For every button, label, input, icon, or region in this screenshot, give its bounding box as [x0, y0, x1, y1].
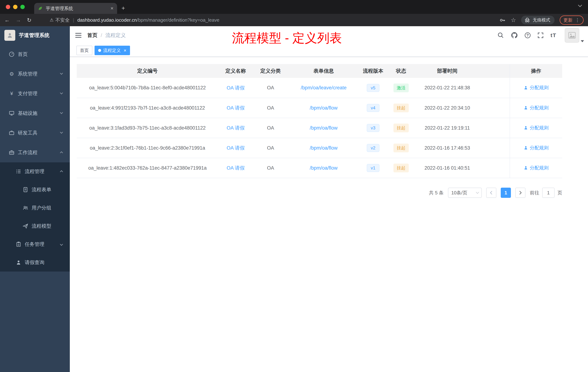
close-window-button[interactable] [6, 5, 10, 9]
filler-cell [479, 158, 510, 178]
definition-category: OA [253, 78, 288, 98]
form-info-link[interactable]: /bpm/oa/flow [310, 125, 337, 131]
sidebar-item-label: 流程表单 [32, 186, 51, 193]
back-button[interactable]: ← [4, 17, 10, 23]
help-icon[interactable]: ? [525, 33, 531, 38]
chevron-up-icon [60, 152, 63, 154]
col-process-version: 流程版本 [359, 64, 387, 78]
assign-rule-link[interactable]: 分配规则 [524, 105, 549, 111]
version-badge: v1 [367, 164, 379, 172]
definition-id: oa_leave:5:004b710b-7b8a-11ec-8ef0-acde4… [77, 78, 218, 98]
sidebar-item-process-form[interactable]: 流程表单 [0, 181, 70, 199]
forward-button[interactable]: → [16, 17, 21, 23]
search-icon[interactable] [497, 32, 504, 39]
assign-rule-link[interactable]: 分配规则 [524, 125, 549, 131]
definition-name-link[interactable]: OA 请假 [227, 105, 244, 111]
definition-name-link[interactable]: OA 请假 [227, 145, 244, 151]
sidebar-item-system[interactable]: ⚙ 系统管理 [0, 64, 70, 84]
definitions-table: 定义编号 定义名称 定义分类 表单信息 流程版本 状态 部署时间 操作 [77, 64, 562, 178]
hamburger-icon[interactable] [75, 33, 82, 38]
deploy-time: 2022-01-22 21:48:38 [415, 78, 479, 98]
form-info-link[interactable]: /bpm/oa/flow [310, 165, 337, 171]
active-tag-dot [98, 49, 101, 52]
form-info-link[interactable]: /bpm/oa/leave/create [301, 85, 346, 90]
new-tab-button[interactable]: + [121, 5, 125, 12]
sidebar-item-process-model[interactable]: 流程模型 [0, 217, 70, 235]
pagination-total: 共 5 条 [429, 190, 444, 196]
reload-button[interactable]: ↻ [27, 17, 32, 23]
tag-close-icon[interactable]: × [124, 48, 126, 53]
deploy-time: 2022-01-16 17:46:53 [415, 138, 479, 158]
logo-avatar [4, 30, 15, 41]
password-key-icon[interactable] [499, 17, 506, 23]
definition-id: oa_leave:3:1fad3d93-7b75-11ec-a3c8-acde4… [77, 118, 218, 138]
browser-tab[interactable]: 芋道管理系统 × [34, 3, 117, 14]
user-avatar[interactable] [565, 28, 579, 43]
sidebar-item-leave-query[interactable]: 请假查询 [0, 253, 70, 272]
col-deploy-time: 部署时间 [415, 64, 479, 78]
minimize-window-button[interactable] [13, 5, 17, 9]
current-page-button[interactable]: 1 [501, 188, 511, 198]
tag-home[interactable]: 首页 [76, 46, 92, 55]
deploy-time: 2022-01-22 19:19:11 [415, 118, 479, 138]
definition-name-link[interactable]: OA 请假 [227, 125, 244, 131]
form-info-link[interactable]: /bpm/oa/flow [310, 145, 337, 151]
page-size-value: 10条/页 [451, 190, 467, 196]
goto-page-input[interactable] [542, 188, 555, 198]
next-page-button[interactable] [515, 188, 525, 198]
col-form-info: 表单信息 [288, 64, 359, 78]
sidebar-logo[interactable]: 芋道管理系统 [0, 26, 70, 44]
assign-rule-link[interactable]: 分配规则 [524, 145, 549, 151]
maximize-window-button[interactable] [20, 5, 25, 9]
tab-search-chevron-icon[interactable] [578, 4, 582, 7]
sidebar-item-infrastructure[interactable]: 基础设施 [0, 103, 70, 123]
sidebar-item-home[interactable]: 首页 [0, 44, 70, 64]
tab-close-icon[interactable]: × [111, 5, 114, 11]
tag-process-definition[interactable]: 流程定义 × [94, 46, 130, 55]
prev-page-button[interactable] [486, 188, 496, 198]
assign-rule-link[interactable]: 分配规则 [524, 165, 549, 171]
filler-cell [479, 98, 510, 118]
chevron-down-icon [60, 111, 63, 114]
status-badge: 挂起 [393, 144, 409, 152]
breadcrumb-separator: / [101, 33, 102, 38]
sidebar-item-label: 请假查询 [25, 259, 44, 266]
filler-cell [479, 78, 510, 98]
sidebar-item-user-group[interactable]: 用户分组 [0, 199, 70, 217]
form-info-link[interactable]: /bpm/oa/flow [310, 105, 337, 111]
main: 首页 / 流程定义 ? tT [70, 26, 588, 372]
breadcrumb-home[interactable]: 首页 [87, 32, 97, 39]
version-badge: v2 [367, 144, 379, 152]
sidebar-item-process-management[interactable]: 流程管理 [0, 162, 70, 181]
security-label[interactable]: 不安全 [55, 17, 70, 23]
browser-toolbar: ← → ↻ ⚠ 不安全 | dashboard.yudao.iocoder.cn… [0, 14, 588, 26]
version-badge: v3 [367, 124, 379, 132]
sidebar-item-label: 研发工具 [18, 130, 37, 136]
assign-rule-link[interactable]: 分配规则 [524, 85, 549, 91]
github-icon[interactable] [511, 32, 518, 39]
sidebar-item-devtools[interactable]: 研发工具 [0, 123, 70, 143]
fullscreen-icon[interactable] [537, 32, 544, 38]
page-size-select[interactable]: 10条/页 [448, 188, 482, 198]
version-badge: v5 [367, 84, 379, 92]
document-icon [22, 187, 28, 193]
browser-menu-kebab-icon[interactable]: ⋮ [575, 17, 580, 23]
favicon-leaf-icon [38, 6, 43, 11]
navbar-actions: ? tT [497, 28, 583, 43]
definition-id: oa_leave:2:3c1f0ef1-76b1-11ec-9c66-a2380… [77, 138, 218, 158]
chevron-left-icon [490, 191, 494, 195]
col-status: 状态 [387, 64, 415, 78]
definition-category: OA [253, 158, 288, 178]
font-size-icon[interactable]: tT [551, 32, 556, 38]
bookmark-star-icon[interactable]: ☆ [511, 17, 516, 23]
address-bar[interactable]: ⚠ 不安全 | dashboard.yudao.iocoder.cn/bpm/m… [50, 17, 499, 23]
update-button[interactable]: 更新 ⋮ [560, 15, 584, 25]
window-controls [0, 0, 29, 14]
sidebar-item-workflow[interactable]: 工作流程 [0, 143, 70, 162]
person-icon [524, 86, 528, 90]
content: 定义编号 定义名称 定义分类 表单信息 流程版本 状态 部署时间 操作 [70, 57, 588, 198]
definition-name-link[interactable]: OA 请假 [227, 165, 244, 171]
definition-name-link[interactable]: OA 请假 [227, 85, 244, 91]
sidebar-item-payment[interactable]: ¥ 支付管理 [0, 84, 70, 103]
sidebar-item-task-management[interactable]: 任务管理 [0, 235, 70, 253]
